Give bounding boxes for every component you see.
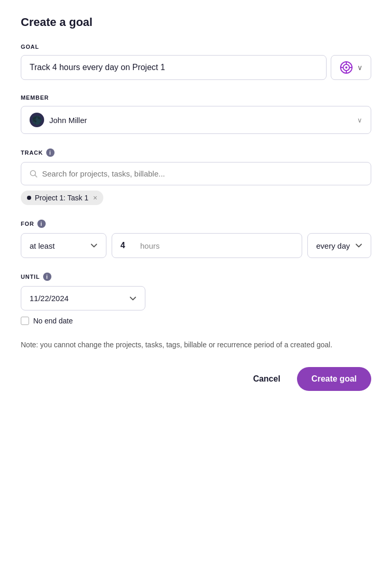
goal-section: GOAL ∨ <box>21 44 371 80</box>
until-chevron-icon <box>129 295 137 302</box>
track-label: TRACK i <box>21 148 371 157</box>
member-dropdown[interactable]: 🌑 John Miller ∨ <box>21 106 371 134</box>
until-date-dropdown[interactable]: 11/22/2024 <box>21 286 145 310</box>
until-section: UNTIL i 11/22/2024 No end date <box>21 273 371 325</box>
buttons-row: Cancel Create goal <box>21 367 371 391</box>
track-section: TRACK i Project 1: Task 1 × <box>21 148 371 205</box>
note-text: Note: you cannot change the projects, ta… <box>21 340 371 350</box>
page-title: Create a goal <box>21 16 371 29</box>
track-search-input[interactable] <box>42 169 362 178</box>
create-goal-button[interactable]: Create goal <box>297 367 371 391</box>
no-end-date-checkbox[interactable] <box>21 317 29 325</box>
for-section: FOR i at least hours every day <box>21 220 371 258</box>
no-end-date-label[interactable]: No end date <box>33 317 73 325</box>
at-least-dropdown[interactable]: at least <box>21 233 106 258</box>
track-search-container <box>21 162 371 185</box>
member-label: MEMBER <box>21 94 371 101</box>
hours-value-input[interactable] <box>120 241 136 250</box>
hours-label: hours <box>140 241 160 250</box>
goal-input-row: ∨ <box>21 55 371 80</box>
member-avatar: 🌑 <box>30 113 44 127</box>
goal-label: GOAL <box>21 44 371 50</box>
svg-line-8 <box>35 175 37 177</box>
tag-remove-button[interactable]: × <box>92 194 97 201</box>
at-least-label: at least <box>30 241 85 250</box>
svg-point-2 <box>345 66 347 69</box>
every-day-dropdown[interactable]: every day <box>307 233 371 258</box>
track-tags: Project 1: Task 1 × <box>21 191 371 205</box>
no-end-date-row: No end date <box>21 317 371 325</box>
member-chevron: ∨ <box>357 116 362 124</box>
hours-input-container: hours <box>112 233 302 258</box>
for-info-icon[interactable]: i <box>37 220 46 228</box>
at-least-chevron-icon <box>90 242 98 249</box>
for-label: FOR i <box>21 220 371 228</box>
for-row: at least hours every day <box>21 233 371 258</box>
member-name: John Miller <box>49 116 352 125</box>
goal-icon-button[interactable]: ∨ <box>331 55 371 80</box>
every-day-label: every day <box>316 241 350 250</box>
cancel-button[interactable]: Cancel <box>245 368 288 390</box>
track-tag: Project 1: Task 1 × <box>21 191 103 205</box>
track-info-icon[interactable]: i <box>46 148 55 157</box>
goal-text-input[interactable] <box>21 55 327 80</box>
target-icon <box>340 61 353 74</box>
goal-icon-chevron: ∨ <box>357 63 362 72</box>
until-date-value: 11/22/2024 <box>30 294 124 303</box>
every-day-chevron-icon <box>355 242 362 249</box>
member-section: MEMBER 🌑 John Miller ∨ <box>21 94 371 134</box>
until-label: UNTIL i <box>21 273 371 281</box>
search-icon <box>30 170 38 178</box>
tag-label: Project 1: Task 1 <box>35 194 88 202</box>
until-info-icon[interactable]: i <box>43 273 51 281</box>
tag-dot <box>27 196 31 200</box>
